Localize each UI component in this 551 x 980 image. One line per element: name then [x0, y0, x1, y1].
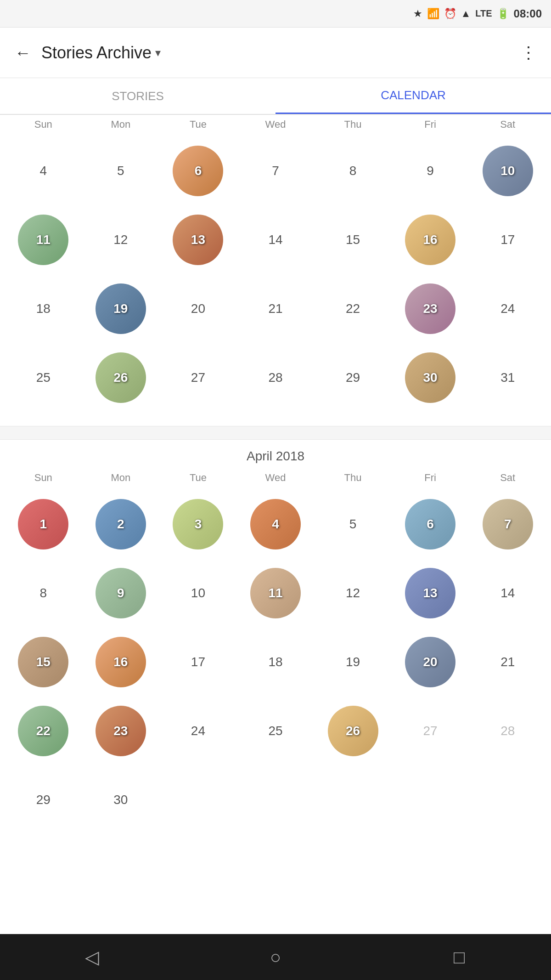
march-day-9[interactable]: 9 [392, 136, 469, 205]
april-day-13[interactable]: 13 [392, 559, 469, 628]
april-row-1: 1 2 3 4 5 6 7 [5, 490, 546, 559]
signal-icon: 📶 [427, 8, 439, 20]
march-day-11[interactable]: 11 [5, 205, 82, 274]
tab-stories[interactable]: STORIES [0, 78, 276, 114]
april-day-1[interactable]: 1 [5, 490, 82, 559]
april-day-10[interactable]: 10 [159, 559, 237, 628]
back-button[interactable]: ← [9, 39, 37, 67]
march-day-6[interactable]: 6 [159, 136, 237, 205]
april-empty-2 [237, 765, 315, 834]
day-header-tue: Tue [159, 115, 237, 134]
day-header-mon: Mon [82, 115, 160, 134]
april-day-12[interactable]: 12 [314, 559, 392, 628]
april-day-6[interactable]: 6 [392, 490, 469, 559]
april-row-2: 8 9 10 11 12 13 14 [5, 559, 546, 628]
day-header-sat: Sat [469, 115, 546, 134]
march-day-17[interactable]: 17 [469, 205, 546, 274]
march-day-28[interactable]: 28 [237, 343, 315, 412]
lte-icon: LTE [475, 8, 492, 19]
march-row-1: 4 5 6 7 8 9 10 [5, 136, 546, 205]
march-row-3: 18 19 20 21 22 23 24 [5, 274, 546, 343]
april-calendar-section: April 2018 Sun Mon Tue Wed Thu Fri Sat 1… [0, 440, 551, 848]
april-row-3: 15 16 17 18 19 20 21 [5, 628, 546, 697]
nav-recent-button[interactable]: □ [441, 939, 478, 975]
april-day-27[interactable]: 27 [392, 697, 469, 765]
april-header-wed: Wed [237, 468, 315, 487]
april-day-21[interactable]: 21 [469, 628, 546, 697]
march-day-30[interactable]: 30 [392, 343, 469, 412]
april-day-23[interactable]: 23 [82, 697, 160, 765]
april-header-tue: Tue [159, 468, 237, 487]
april-day-4[interactable]: 4 [237, 490, 315, 559]
march-day-7[interactable]: 7 [237, 136, 315, 205]
april-row-5: 29 30 [5, 765, 546, 834]
time-display: 08:00 [514, 7, 542, 20]
nav-home-button[interactable]: ○ [257, 939, 294, 975]
april-day-25[interactable]: 25 [237, 697, 315, 765]
april-day-11[interactable]: 11 [237, 559, 315, 628]
march-day-12[interactable]: 12 [82, 205, 160, 274]
april-day-16[interactable]: 16 [82, 628, 160, 697]
march-day-14[interactable]: 14 [237, 205, 315, 274]
april-day-3[interactable]: 3 [159, 490, 237, 559]
april-day-15[interactable]: 15 [5, 628, 82, 697]
april-day-24[interactable]: 24 [159, 697, 237, 765]
april-day-19[interactable]: 19 [314, 628, 392, 697]
april-day-30[interactable]: 30 [82, 765, 160, 834]
march-day-29[interactable]: 29 [314, 343, 392, 412]
april-empty-4 [392, 765, 469, 834]
april-day-20[interactable]: 20 [392, 628, 469, 697]
nav-home-icon: ○ [270, 947, 281, 968]
day-header-thu: Thu [314, 115, 392, 134]
nav-recent-icon: □ [454, 947, 465, 968]
bottom-nav: ◁ ○ □ [0, 934, 551, 980]
april-day-17[interactable]: 17 [159, 628, 237, 697]
status-bar: ★ 📶 ⏰ ▲ LTE 🔋 08:00 [0, 0, 551, 28]
march-day-16[interactable]: 16 [392, 205, 469, 274]
march-day-26[interactable]: 26 [82, 343, 160, 412]
march-day-18[interactable]: 18 [5, 274, 82, 343]
march-day-headers: Sun Mon Tue Wed Thu Fri Sat [5, 115, 546, 134]
march-day-8[interactable]: 8 [314, 136, 392, 205]
march-day-20[interactable]: 20 [159, 274, 237, 343]
march-day-22[interactable]: 22 [314, 274, 392, 343]
april-day-26[interactable]: 26 [314, 697, 392, 765]
april-day-headers: Sun Mon Tue Wed Thu Fri Sat [5, 468, 546, 487]
march-day-21[interactable]: 21 [237, 274, 315, 343]
march-day-13[interactable]: 13 [159, 205, 237, 274]
day-header-sun: Sun [5, 115, 82, 134]
april-day-22[interactable]: 22 [5, 697, 82, 765]
april-day-5[interactable]: 5 [314, 490, 392, 559]
march-row-2: 11 12 13 14 15 16 17 [5, 205, 546, 274]
april-day-28[interactable]: 28 [469, 697, 546, 765]
march-day-24[interactable]: 24 [469, 274, 546, 343]
month-separator [0, 426, 551, 440]
march-day-31[interactable]: 31 [469, 343, 546, 412]
nav-back-button[interactable]: ◁ [73, 939, 110, 975]
tabs-bar: STORIES CALENDAR [0, 78, 551, 115]
more-menu-button[interactable]: ⋮ [514, 39, 542, 67]
march-day-25[interactable]: 25 [5, 343, 82, 412]
march-day-5[interactable]: 5 [82, 136, 160, 205]
april-day-7[interactable]: 7 [469, 490, 546, 559]
april-header-mon: Mon [82, 468, 160, 487]
april-header-sat: Sat [469, 468, 546, 487]
march-calendar-section: Sun Mon Tue Wed Thu Fri Sat 4 5 6 7 8 9 [0, 115, 551, 426]
march-day-27[interactable]: 27 [159, 343, 237, 412]
bluetooth-icon: ★ [413, 8, 422, 20]
april-header-sun: Sun [5, 468, 82, 487]
april-day-14[interactable]: 14 [469, 559, 546, 628]
tab-calendar[interactable]: CALENDAR [276, 78, 551, 114]
april-day-9[interactable]: 9 [82, 559, 160, 628]
dropdown-arrow-icon[interactable]: ▾ [155, 46, 161, 59]
april-day-8[interactable]: 8 [5, 559, 82, 628]
march-day-15[interactable]: 15 [314, 205, 392, 274]
march-day-23[interactable]: 23 [392, 274, 469, 343]
march-day-4[interactable]: 4 [5, 136, 82, 205]
march-day-10[interactable]: 10 [469, 136, 546, 205]
april-day-29[interactable]: 29 [5, 765, 82, 834]
day-header-fri: Fri [392, 115, 469, 134]
march-day-19[interactable]: 19 [82, 274, 160, 343]
april-day-2[interactable]: 2 [82, 490, 160, 559]
april-day-18[interactable]: 18 [237, 628, 315, 697]
